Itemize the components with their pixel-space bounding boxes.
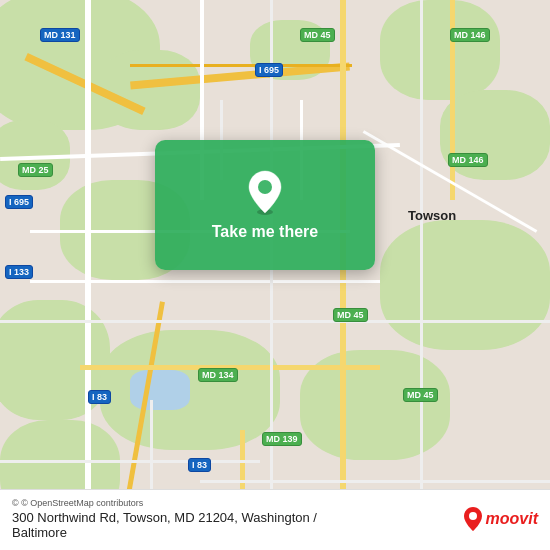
shield-md45-bot: MD 45	[403, 388, 438, 402]
water-area	[130, 370, 190, 410]
shield-md131: MD 131	[40, 28, 80, 42]
bottom-bar-left: © © OpenStreetMap contributors 300 North…	[12, 498, 317, 540]
attribution-text: © OpenStreetMap contributors	[21, 498, 143, 508]
address-text: 300 Northwind Rd, Towson, MD 21204, Wash…	[12, 510, 317, 540]
road-ew-bot2	[200, 480, 550, 483]
shield-i133: I 133	[5, 265, 33, 279]
shield-md139: MD 139	[262, 432, 302, 446]
svg-point-2	[469, 512, 477, 520]
road-ew-mid	[0, 320, 550, 323]
shield-md45-top: MD 45	[300, 28, 335, 42]
shield-i83-bot: I 83	[188, 458, 211, 472]
action-overlay[interactable]: Take me there	[155, 140, 375, 270]
green-area-ec	[380, 220, 550, 350]
green-area-n	[100, 50, 200, 130]
towson-label: Towson	[408, 208, 456, 223]
location-pin-icon	[247, 169, 283, 215]
moovit-text: moovit	[486, 510, 538, 528]
green-area-sc	[100, 330, 280, 450]
take-me-there-button[interactable]: Take me there	[212, 223, 318, 241]
address-line2: Baltimore	[12, 525, 67, 540]
shield-md25: MD 25	[18, 163, 53, 177]
road-ns-c3	[420, 0, 423, 500]
green-area-ne	[380, 0, 500, 100]
bottom-bar: © © OpenStreetMap contributors 300 North…	[0, 489, 550, 550]
road-ns-left	[85, 0, 91, 500]
shield-i695-top: I 695	[255, 63, 283, 77]
shield-md146-top: MD 146	[450, 28, 490, 42]
svg-point-1	[258, 180, 272, 194]
road-ew-bot	[0, 460, 260, 463]
shield-md45-mid: MD 45	[333, 308, 368, 322]
address-line1: 300 Northwind Rd, Towson, MD 21204, Wash…	[12, 510, 317, 525]
road-695-top-border	[130, 64, 352, 67]
moovit-logo: moovit	[463, 506, 538, 532]
shield-md134: MD 134	[198, 368, 238, 382]
shield-i695-left: I 695	[5, 195, 33, 209]
shield-md146: MD 146	[448, 153, 488, 167]
map-container: MD 131 MD 45 MD 146 MD 25 I 695 I 695 I …	[0, 0, 550, 550]
shield-i83-left: I 83	[88, 390, 111, 404]
attribution: © © OpenStreetMap contributors	[12, 498, 317, 508]
road-local-3	[30, 280, 380, 283]
copyright-symbol: ©	[12, 498, 19, 508]
moovit-pin-icon	[463, 506, 483, 532]
